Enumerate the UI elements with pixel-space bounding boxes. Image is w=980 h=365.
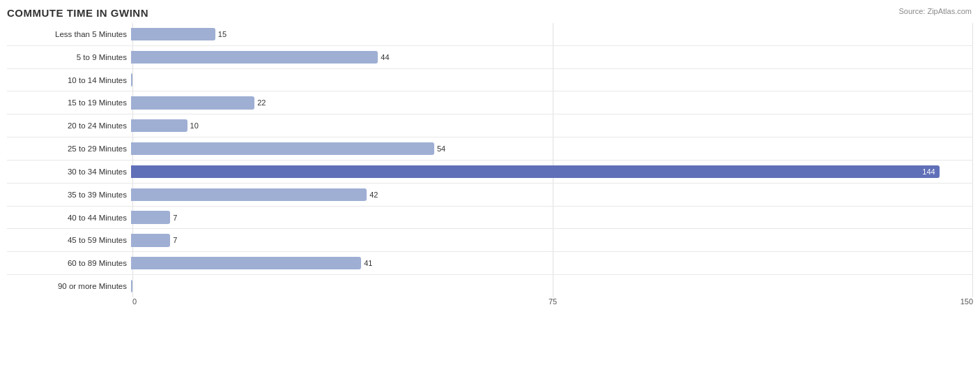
bar-label: 25 to 29 Minutes	[7, 144, 131, 153]
bar-label: 60 to 89 Minutes	[7, 259, 131, 267]
x-axis: 075150	[132, 297, 973, 315]
bar-row: 25 to 29 Minutes54	[7, 137, 973, 161]
bar-row: 10 to 14 Minutes	[7, 69, 973, 92]
bar-fill: 7	[131, 211, 170, 223]
bar-fill: 22	[131, 96, 254, 109]
bar-label: 20 to 24 Minutes	[7, 121, 131, 130]
x-axis-tick: 0	[132, 297, 137, 306]
bar-row: 20 to 24 Minutes10	[7, 114, 973, 137]
bar-track: 144	[131, 162, 973, 181]
bar-track	[131, 276, 973, 296]
x-axis-tick: 150	[960, 297, 973, 306]
bar-fill: 144	[131, 165, 940, 178]
bar-track	[131, 70, 973, 90]
bar-value: 10	[190, 121, 199, 130]
bar-track: 15	[131, 24, 973, 44]
bar-fill: 42	[131, 188, 367, 201]
bar-fill: 54	[131, 142, 434, 155]
bar-row: 30 to 34 Minutes144	[7, 161, 973, 184]
bar-row: 45 to 59 Minutes7	[7, 229, 973, 252]
bar-row: 5 to 9 Minutes44	[7, 46, 973, 69]
bars-wrapper: Less than 5 Minutes155 to 9 Minutes4410 …	[7, 23, 973, 297]
bar-label: 10 to 14 Minutes	[7, 76, 131, 84]
bar-track: 41	[131, 253, 973, 273]
source-label: Source: ZipAtlas.com	[898, 7, 972, 15]
bar-value: 7	[173, 214, 177, 222]
bar-track: 7	[131, 208, 973, 228]
bar-row: 40 to 44 Minutes7	[7, 207, 973, 230]
bar-value: 22	[257, 98, 266, 107]
bar-row: 60 to 89 Minutes41	[7, 252, 973, 275]
bar-track: 22	[131, 93, 973, 112]
bar-track: 10	[131, 116, 973, 135]
bar-value: 44	[381, 53, 389, 61]
bar-label: 15 to 19 Minutes	[7, 98, 131, 107]
bar-value: 15	[218, 30, 227, 38]
x-axis-tick: 75	[549, 297, 557, 306]
bar-value: 42	[369, 191, 378, 199]
bar-fill: 7	[131, 234, 170, 246]
chart-area: Less than 5 Minutes155 to 9 Minutes4410 …	[7, 23, 973, 315]
bar-row: 35 to 39 Minutes42	[7, 184, 973, 207]
bar-fill	[131, 280, 132, 292]
bar-fill: 44	[131, 51, 378, 64]
bar-label: 45 to 59 Minutes	[7, 236, 131, 244]
bar-fill: 10	[131, 119, 187, 132]
chart-container: COMMUTE TIME IN GWINN Source: ZipAtlas.c…	[0, 0, 980, 365]
bar-fill: 15	[131, 28, 215, 40]
bar-value: 144	[922, 167, 935, 176]
bar-label: 90 or more Minutes	[7, 282, 131, 290]
bar-label: 5 to 9 Minutes	[7, 53, 131, 61]
bar-value: 7	[173, 236, 177, 244]
bar-track: 7	[131, 230, 973, 250]
bar-row: 90 or more Minutes	[7, 275, 973, 297]
bar-track: 44	[131, 47, 973, 67]
bar-label: 40 to 44 Minutes	[7, 214, 131, 222]
bar-label: 30 to 34 Minutes	[7, 167, 131, 176]
bar-row: Less than 5 Minutes15	[7, 23, 973, 46]
bar-track: 54	[131, 139, 973, 158]
bar-value: 41	[364, 259, 372, 267]
bar-label: 35 to 39 Minutes	[7, 191, 131, 199]
bar-label: Less than 5 Minutes	[7, 30, 131, 38]
chart-title: COMMUTE TIME IN GWINN	[7, 7, 973, 19]
bar-fill	[131, 73, 132, 86]
bar-value: 54	[437, 144, 445, 153]
bar-row: 15 to 19 Minutes22	[7, 91, 973, 114]
bar-track: 42	[131, 185, 973, 204]
bar-fill: 41	[131, 257, 361, 269]
